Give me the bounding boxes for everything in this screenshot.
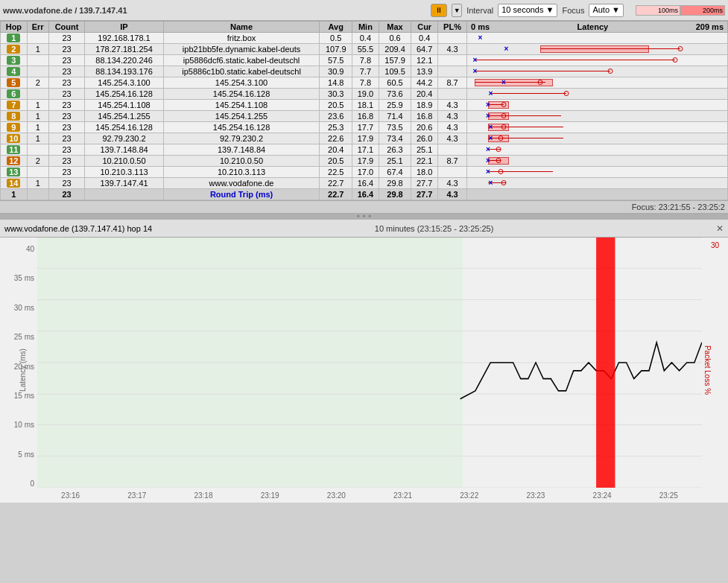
table-row[interactable]: 132310.210.3.11310.210.3.11322.517.067.4… — [1, 167, 728, 178]
panel-divider[interactable]: • • • — [0, 214, 728, 220]
min-cell: 17.7 — [352, 122, 379, 133]
latency-cell: × — [467, 77, 728, 89]
hop-cell: 10 — [1, 133, 28, 144]
count-cell: 23 — [48, 122, 85, 133]
min-cell: 18.1 — [352, 100, 379, 111]
table-row[interactable]: 14123139.7.147.41www.vodafone.de22.716.4… — [1, 178, 728, 189]
cur-cell: 20.6 — [411, 122, 438, 133]
err-cell: 1 — [27, 133, 48, 144]
pl-cell: 4.3 — [438, 44, 467, 55]
pl-cell: 4.3 — [438, 111, 467, 122]
footer-max: 29.8 — [379, 189, 411, 200]
x-2316: 23:16 — [61, 491, 80, 500]
scale-100: 100ms — [658, 7, 678, 14]
table-row[interactable]: 123192.168.178.1fritz.box0.50.40.60.4× — [1, 33, 728, 44]
count-cell: 23 — [48, 77, 85, 89]
footer-hop: 1 — [1, 189, 28, 200]
max-cell: 73.4 — [379, 133, 411, 144]
hop-number: 11 — [7, 145, 20, 154]
ip-cell: 92.79.230.2 — [85, 133, 163, 144]
cur-cell: 27.7 — [411, 178, 438, 189]
focus-text: Focus: 23:21:55 - 23:25:2 — [632, 203, 725, 211]
lat-cross: × — [473, 67, 478, 75]
name-cell: fritz.box — [163, 33, 320, 44]
hop-number: 9 — [7, 123, 20, 132]
max-cell: 0.6 — [379, 33, 411, 44]
col-name: Name — [163, 22, 320, 33]
name-cell: 145.254.1.108 — [163, 100, 320, 111]
col-avg: Avg — [320, 22, 352, 33]
lat-circle — [673, 57, 678, 63]
lat-cross: × — [488, 179, 493, 187]
table-row[interactable]: 42388.134.193.176ip5886c1b0.static.kabel… — [1, 66, 728, 77]
pause-button[interactable]: ⏸ — [431, 4, 447, 17]
ip-cell: 178.27.181.254 — [85, 44, 163, 55]
avg-cell: 20.4 — [320, 144, 352, 156]
latency-cell: × — [467, 55, 728, 66]
lat-circle — [496, 158, 501, 163]
lat-bar — [540, 45, 650, 53]
max-cell: 109.5 — [379, 66, 411, 77]
avg-cell: 20.5 — [320, 156, 352, 167]
name-cell: 139.7.148.84 — [163, 144, 320, 156]
pl-cell: 8.7 — [438, 156, 467, 167]
table-row[interactable]: 1012392.79.230.292.79.230.222.617.973.42… — [1, 133, 728, 144]
table-row[interactable]: 2123178.27.181.254ipb21bb5fe.dynamic.kab… — [1, 44, 728, 55]
cur-cell: 44.2 — [411, 77, 438, 89]
hop-cell: 13 — [1, 167, 28, 178]
bottom-close-button[interactable]: ✕ — [716, 223, 724, 234]
table-row[interactable]: 8123145.254.1.255145.254.1.25523.616.871… — [1, 111, 728, 122]
col-pl: PL% — [438, 22, 467, 33]
name-cell: 145.254.16.128 — [163, 89, 320, 100]
pl-cell: 8.7 — [438, 77, 467, 89]
avg-cell: 25.3 — [320, 122, 352, 133]
hop-number: 7 — [7, 101, 20, 109]
pause-dropdown[interactable]: ▼ — [452, 4, 462, 17]
top-section: www.vodafone.de / 139.7.147.41 ⏸ ▼ Inter… — [0, 0, 728, 214]
y-25: 25 ms — [3, 333, 34, 341]
name-cell: www.vodafone.de — [163, 178, 320, 189]
pl-max-label: 30 — [702, 241, 728, 249]
lat-cross: × — [488, 134, 493, 142]
table-row[interactable]: 9123145.254.16.128145.254.16.12825.317.7… — [1, 122, 728, 133]
err-cell — [27, 55, 48, 66]
footer-err — [27, 189, 48, 200]
latency-cell: × — [467, 133, 728, 144]
table-row[interactable]: 5223145.254.3.100145.254.3.10014.87.860.… — [1, 77, 728, 89]
col-cur: Cur — [411, 22, 438, 33]
table-row[interactable]: 1222310.210.0.5010.210.0.5020.517.925.12… — [1, 156, 728, 167]
lat-cross: × — [504, 45, 508, 53]
table-row[interactable]: 7123145.254.1.108145.254.1.10820.518.125… — [1, 100, 728, 111]
chart-svg — [37, 238, 702, 488]
min-cell: 7.8 — [352, 77, 379, 89]
ip-cell: 88.134.220.246 — [85, 55, 163, 66]
x-2322: 23:22 — [460, 491, 478, 500]
pl-cell: 4.3 — [438, 100, 467, 111]
table-row[interactable]: 1123139.7.148.84139.7.148.8420.417.126.3… — [1, 144, 728, 156]
col-min: Min — [352, 22, 379, 33]
table-row[interactable]: 32388.134.220.246ip5886dcf6.static.kabel… — [1, 55, 728, 66]
cur-cell: 18.9 — [411, 100, 438, 111]
avg-cell: 30.9 — [320, 66, 352, 77]
count-cell: 23 — [48, 111, 85, 122]
min-cell: 7.7 — [352, 66, 379, 77]
footer-ip — [85, 189, 163, 200]
err-cell: 2 — [27, 156, 48, 167]
max-cell: 157.9 — [379, 55, 411, 66]
name-cell: 92.79.230.2 — [163, 133, 320, 144]
hop-number: 14 — [7, 179, 20, 188]
focus-select[interactable]: Auto ▼ — [589, 4, 624, 17]
count-cell: 23 — [48, 44, 85, 55]
lat-cross: × — [473, 56, 478, 64]
pl-cell — [438, 144, 467, 156]
x-2323: 23:23 — [526, 491, 545, 500]
footer-avg: 22.7 — [320, 189, 352, 200]
avg-cell: 30.3 — [320, 89, 352, 100]
max-cell: 25.9 — [379, 100, 411, 111]
interval-select[interactable]: 10 seconds ▼ — [498, 4, 557, 17]
lat-circle — [498, 169, 504, 174]
min-cell: 17.9 — [352, 156, 379, 167]
cur-cell: 13.9 — [411, 66, 438, 77]
table-row[interactable]: 623145.254.16.128145.254.16.12830.319.07… — [1, 89, 728, 100]
count-cell: 23 — [48, 156, 85, 167]
